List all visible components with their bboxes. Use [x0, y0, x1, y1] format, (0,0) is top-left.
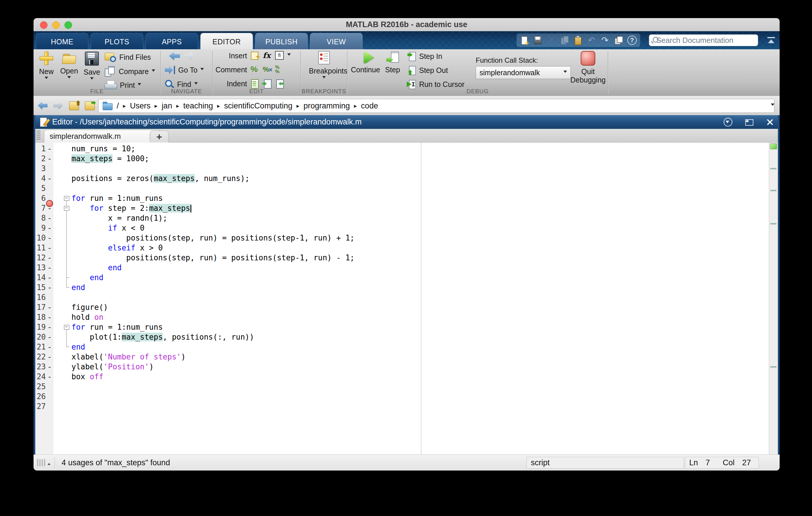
- code-line[interactable]: 2-max_steps = 1000;: [35, 154, 768, 163]
- code-fold-cell[interactable]: [62, 263, 71, 273]
- code-text[interactable]: num_runs = 10;: [71, 144, 135, 154]
- code-fold-cell[interactable]: [62, 382, 71, 392]
- usage-indicator-mark[interactable]: [770, 190, 776, 191]
- line-number[interactable]: 25: [35, 382, 46, 392]
- code-line[interactable]: 17-figure(): [35, 302, 768, 312]
- executable-marker[interactable]: -: [46, 282, 53, 293]
- redo-icon[interactable]: ↷: [601, 36, 609, 45]
- code-fold-cell[interactable]: [62, 293, 71, 302]
- code-fold-cell[interactable]: [62, 163, 71, 174]
- code-line[interactable]: 5: [35, 183, 768, 193]
- line-number[interactable]: 19: [35, 322, 46, 332]
- code-line[interactable]: 25: [35, 382, 768, 392]
- statusbar-grip[interactable]: [37, 459, 46, 466]
- code-line[interactable]: 19-for run = 1:num_runs: [35, 322, 768, 332]
- paste-icon[interactable]: [574, 36, 582, 45]
- find-button[interactable]: Find: [165, 80, 198, 89]
- breadcrumb[interactable]: /▸Users▸jan▸teaching▸scientificComputing…: [98, 99, 774, 113]
- executable-marker[interactable]: -: [46, 362, 53, 372]
- breadcrumb-item[interactable]: Users: [130, 101, 151, 111]
- breakpoints-button[interactable]: Breakpoints: [309, 51, 339, 81]
- code-line[interactable]: 11- elseif x > 0: [35, 243, 768, 253]
- breadcrumb-item[interactable]: teaching: [183, 101, 213, 111]
- help-icon[interactable]: ?: [627, 36, 637, 45]
- code-text[interactable]: end: [71, 263, 122, 273]
- code-text[interactable]: ylabel('Position'): [71, 362, 154, 372]
- folder-forward-button[interactable]: [53, 100, 64, 111]
- code-fold-cell[interactable]: [62, 342, 71, 352]
- code-line[interactable]: 8- x = randn(1);: [35, 213, 768, 223]
- tab-bar-grip[interactable]: [36, 131, 40, 141]
- usage-indicator-mark[interactable]: [770, 223, 776, 224]
- code-fold-cell[interactable]: [62, 401, 71, 411]
- line-number[interactable]: 26: [35, 392, 46, 401]
- insert-dropdown-arrow[interactable]: [287, 53, 291, 57]
- code-fold-cell[interactable]: [62, 253, 71, 263]
- continue-button[interactable]: Continue: [351, 52, 380, 74]
- code-text[interactable]: positions = zeros(max_steps, num_runs);: [71, 174, 250, 183]
- decrease-indent-icon[interactable]: [275, 79, 284, 88]
- code-line[interactable]: 4-positions = zeros(max_steps, num_runs)…: [35, 174, 768, 183]
- insert-function-icon[interactable]: fx: [263, 51, 271, 60]
- line-number[interactable]: 15: [35, 282, 46, 293]
- save-button[interactable]: Save: [81, 52, 103, 82]
- code-text[interactable]: max_steps = 1000;: [71, 154, 149, 163]
- ribbon-tab-editor[interactable]: EDITOR: [200, 33, 253, 50]
- step-out-button[interactable]: Step Out: [407, 66, 448, 75]
- executable-marker[interactable]: -: [46, 332, 53, 342]
- code-line[interactable]: 13- end: [35, 263, 768, 273]
- code-line[interactable]: 10- positions(step, run) = positions(ste…: [35, 233, 768, 243]
- line-number[interactable]: 11: [35, 243, 46, 253]
- line-number[interactable]: 7: [35, 203, 46, 213]
- code-fold-cell[interactable]: [62, 243, 71, 253]
- folder-up-button[interactable]: [68, 100, 80, 111]
- function-call-stack-select[interactable]: simplerandomwalk: [476, 66, 571, 79]
- line-number[interactable]: 20: [35, 332, 46, 342]
- code-fold-cell[interactable]: [62, 223, 71, 233]
- line-number[interactable]: 5: [35, 183, 46, 193]
- line-number[interactable]: 6: [35, 193, 46, 203]
- executable-marker[interactable]: -: [46, 144, 53, 154]
- code-text[interactable]: end: [71, 273, 104, 282]
- code-line[interactable]: 21-end: [35, 342, 768, 352]
- code-line[interactable]: 23-ylabel('Position'): [35, 362, 768, 372]
- code-text[interactable]: figure(): [71, 302, 108, 312]
- new-tab-button[interactable]: +: [150, 131, 169, 143]
- usage-indicator-mark[interactable]: [770, 168, 776, 170]
- code-text[interactable]: for run = 1:num_runs: [71, 193, 163, 203]
- code-fold-cell[interactable]: [62, 372, 71, 382]
- line-number[interactable]: 18: [35, 312, 46, 322]
- folder-back-button[interactable]: [37, 100, 49, 111]
- code-text[interactable]: end: [71, 282, 85, 293]
- ribbon-tab-home[interactable]: HOME: [36, 33, 88, 50]
- code-fold-cell[interactable]: [62, 183, 71, 193]
- executable-marker[interactable]: -: [46, 174, 53, 183]
- code-text[interactable]: end: [71, 342, 85, 352]
- ribbon-tab-view[interactable]: VIEW: [310, 33, 362, 50]
- copy-icon[interactable]: [560, 36, 569, 45]
- code-line[interactable]: 12- positions(step, run) = positions(ste…: [35, 253, 768, 263]
- executable-marker[interactable]: -: [46, 213, 53, 223]
- quit-debugging-button[interactable]: Quit Debugging: [569, 51, 607, 84]
- executable-marker[interactable]: -: [46, 302, 53, 312]
- breadcrumb-item[interactable]: jan: [162, 101, 172, 111]
- executable-marker[interactable]: -: [46, 223, 53, 233]
- document-tab[interactable]: simplerandomwalk.m: [44, 130, 160, 143]
- collapse-ribbon-button[interactable]: [767, 36, 776, 44]
- browse-folder-button[interactable]: [84, 100, 96, 111]
- code-line[interactable]: 24-box off: [35, 372, 768, 382]
- code-fold-cell[interactable]: [62, 203, 71, 213]
- line-number[interactable]: 23: [35, 362, 46, 372]
- line-number[interactable]: 14: [35, 273, 46, 282]
- code-fold-cell[interactable]: [62, 312, 71, 322]
- executable-marker[interactable]: -: [46, 273, 53, 282]
- code-text[interactable]: positions(step, run) = positions(step-1,…: [71, 233, 355, 243]
- go-to-button[interactable]: Go To: [165, 66, 204, 74]
- smart-indent-icon[interactable]: [251, 79, 259, 88]
- executable-marker[interactable]: -: [46, 253, 53, 263]
- line-number[interactable]: 17: [35, 302, 46, 312]
- compare-button[interactable]: Compare: [105, 66, 155, 77]
- code-fold-cell[interactable]: [62, 322, 71, 332]
- wrap-comments-icon[interactable]: %%: [275, 65, 283, 74]
- line-number[interactable]: 24: [35, 372, 46, 382]
